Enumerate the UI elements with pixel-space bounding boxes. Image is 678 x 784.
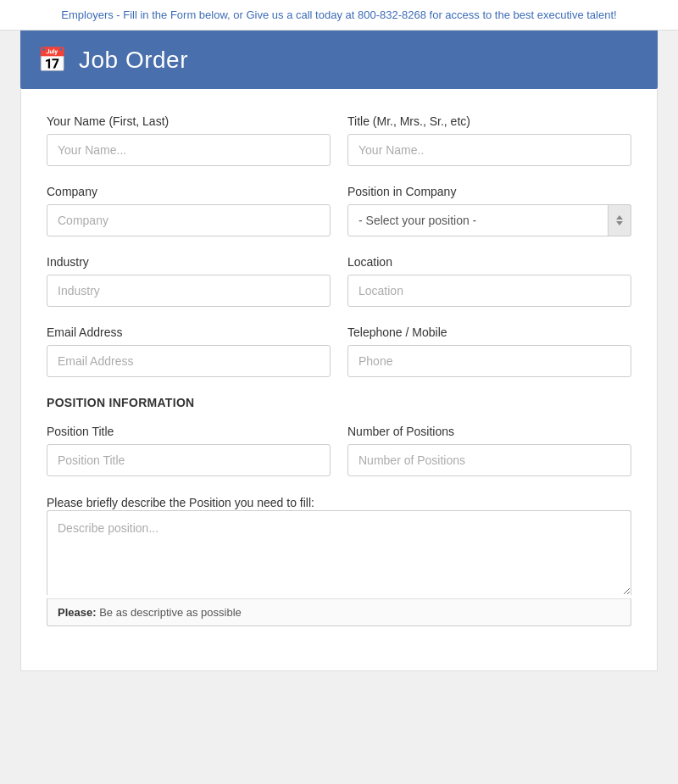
group-position-in-company: Position in Company - Select your positi… <box>347 185 631 236</box>
textarea-footer-text: Be as descriptive as possible <box>97 606 242 619</box>
num-positions-input[interactable] <box>347 444 631 476</box>
title-label: Title (Mr., Mrs., Sr., etc) <box>347 114 631 128</box>
position-title-label: Position Title <box>47 425 331 438</box>
email-input[interactable] <box>47 345 331 377</box>
row-name-title: Your Name (First, Last) Title (Mr., Mrs.… <box>47 114 631 166</box>
textarea-footer: Please: Be as descriptive as possible <box>47 598 631 626</box>
group-position-title: Position Title <box>47 425 331 476</box>
company-input[interactable] <box>47 204 331 236</box>
row-position-title-num: Position Title Number of Positions <box>47 425 631 476</box>
telephone-label: Telephone / Mobile <box>347 325 631 339</box>
group-telephone: Telephone / Mobile <box>347 325 631 377</box>
describe-textarea[interactable] <box>47 510 631 595</box>
row-industry-location: Industry Location <box>47 255 631 307</box>
group-industry: Industry <box>47 255 331 307</box>
position-in-company-select[interactable]: - Select your position - CEO CFO COO VP … <box>347 204 631 236</box>
calendar-icon: 📅 <box>37 46 67 74</box>
group-company: Company <box>47 185 331 236</box>
group-email: Email Address <box>47 325 331 377</box>
title-input[interactable] <box>347 134 631 166</box>
location-label: Location <box>347 255 631 269</box>
row-email-phone: Email Address Telephone / Mobile <box>47 325 631 377</box>
header-bar: 📅 Job Order <box>20 31 658 89</box>
form-container: Your Name (First, Last) Title (Mr., Mrs.… <box>20 89 658 671</box>
num-positions-label: Number of Positions <box>347 425 631 438</box>
company-label: Company <box>47 185 331 198</box>
industry-input[interactable] <box>47 275 331 307</box>
page-title: Job Order <box>79 47 188 74</box>
position-select-wrapper: - Select your position - CEO CFO COO VP … <box>347 204 631 236</box>
email-label: Email Address <box>47 325 331 339</box>
row-company-position: Company Position in Company - Select you… <box>47 185 631 236</box>
textarea-footer-bold: Please: <box>58 606 97 619</box>
group-location: Location <box>347 255 631 307</box>
describe-label: Please briefly describe the Position you… <box>47 496 314 509</box>
your-name-input[interactable] <box>47 134 331 166</box>
banner-text: Employers - Fill in the Form below, or G… <box>61 8 616 21</box>
your-name-label: Your Name (First, Last) <box>47 114 331 128</box>
position-title-input[interactable] <box>47 444 331 476</box>
location-input[interactable] <box>347 275 631 307</box>
section-title-position: POSITION INFORMATION <box>47 396 631 409</box>
industry-label: Industry <box>47 255 331 269</box>
group-num-positions: Number of Positions <box>347 425 631 476</box>
telephone-input[interactable] <box>347 345 631 377</box>
group-title: Title (Mr., Mrs., Sr., etc) <box>347 114 631 166</box>
group-your-name: Your Name (First, Last) <box>47 114 331 166</box>
position-in-company-label: Position in Company <box>347 185 631 198</box>
group-describe-position: Please briefly describe the Position you… <box>47 495 631 626</box>
